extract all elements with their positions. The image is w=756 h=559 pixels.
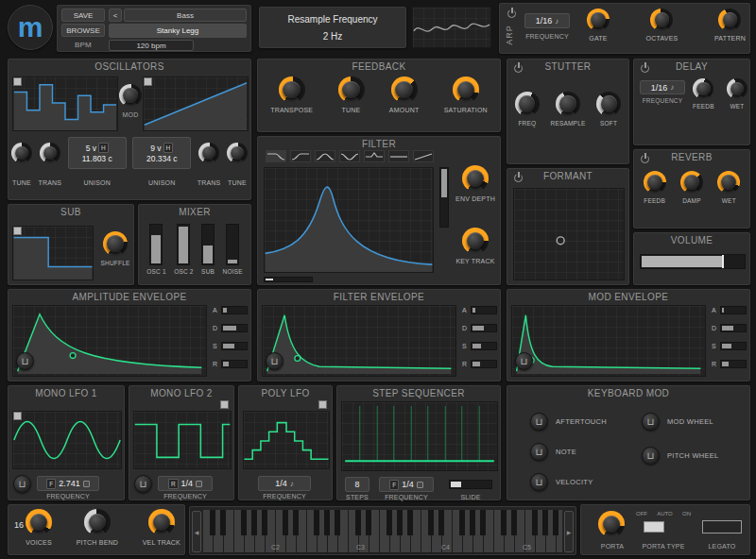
- unison2-mode-chip[interactable]: H: [163, 143, 174, 153]
- filter-envelope-display[interactable]: [262, 305, 456, 377]
- filter-type-bandpass-icon[interactable]: [315, 150, 335, 162]
- aftertouch-mod-button[interactable]: ⊔: [530, 413, 548, 431]
- decay-slider[interactable]: [471, 324, 497, 332]
- osc1-wave-display[interactable]: [12, 76, 118, 131]
- piano-keyboard[interactable]: C2 C3 C4 C5: [203, 510, 562, 553]
- amp-envelope-display[interactable]: [12, 305, 207, 377]
- pattern-knob[interactable]: [718, 8, 741, 31]
- bpm-value[interactable]: 120 bpm: [109, 40, 194, 51]
- lfo2-wave-display[interactable]: [133, 411, 232, 469]
- step-seq-mode-chip[interactable]: F: [389, 480, 399, 490]
- sub-selector-button[interactable]: [13, 227, 22, 235]
- decay-slider[interactable]: [221, 324, 248, 332]
- gate-knob[interactable]: [587, 8, 610, 31]
- dice-icon[interactable]: [196, 481, 202, 487]
- filter-type-notch-icon[interactable]: [339, 150, 360, 162]
- filter-pan-slider[interactable]: [264, 277, 313, 282]
- formant-power-button[interactable]: [513, 173, 524, 183]
- pitch-bend-knob[interactable]: [84, 509, 111, 535]
- dice-icon[interactable]: [83, 481, 90, 487]
- porta-type-switch[interactable]: [644, 521, 664, 533]
- stutter-soft-knob[interactable]: [596, 92, 621, 116]
- reverb-power-button[interactable]: [640, 154, 650, 164]
- lfo2-mod-button[interactable]: ⊔: [134, 475, 152, 493]
- mixer-osc1-slider[interactable]: [149, 224, 163, 265]
- legato-toggle[interactable]: [702, 520, 742, 534]
- feedback-saturation-knob[interactable]: [453, 76, 479, 103]
- stutter-freq-knob[interactable]: [515, 92, 540, 116]
- note-mod-button[interactable]: ⊔: [530, 443, 548, 461]
- lfo1-frequency-value[interactable]: F 2.741: [37, 476, 99, 491]
- velocity-mod-button[interactable]: ⊔: [530, 473, 548, 491]
- mod-envelope-display[interactable]: [511, 305, 706, 377]
- save-button[interactable]: SAVE: [61, 8, 105, 22]
- sub-wave-display[interactable]: [12, 226, 94, 280]
- bank-field[interactable]: Bass: [124, 8, 247, 22]
- filter-type-peak-icon[interactable]: [364, 150, 385, 162]
- feedback-transpose-knob[interactable]: [279, 76, 305, 103]
- step-sequencer-display[interactable]: [341, 401, 498, 471]
- osc1-tune-knob[interactable]: [11, 143, 32, 163]
- volume-slider[interactable]: [640, 254, 746, 269]
- release-slider[interactable]: [471, 360, 497, 368]
- feedback-tune-knob[interactable]: [338, 76, 365, 103]
- env-depth-knob[interactable]: [462, 165, 489, 192]
- release-slider[interactable]: [720, 360, 747, 368]
- filter-type-flat-icon[interactable]: [388, 150, 409, 162]
- filter-envelope-mod-button[interactable]: ⊔: [266, 352, 284, 370]
- osc2-selector-button[interactable]: [144, 77, 152, 86]
- vel-track-knob[interactable]: [148, 509, 175, 535]
- mixer-noise-slider[interactable]: [226, 224, 239, 265]
- keyboard-scroll-left-button[interactable]: ◀: [192, 511, 201, 552]
- reverb-wet-knob[interactable]: [717, 171, 740, 194]
- osc1-trans-knob[interactable]: [40, 143, 60, 163]
- unison1-display[interactable]: 5 vH 11.803 c: [68, 137, 127, 169]
- mod-envelope-mod-button[interactable]: ⊔: [515, 352, 533, 370]
- lfo1-selector-button[interactable]: [13, 412, 22, 420]
- attack-slider[interactable]: [471, 306, 497, 314]
- filter-type-ramp-icon[interactable]: [413, 150, 434, 162]
- osc2-wave-display[interactable]: [143, 76, 249, 131]
- osc-mod-knob[interactable]: [119, 84, 142, 107]
- amp-envelope-mod-button[interactable]: ⊔: [16, 352, 34, 370]
- feedback-amount-knob[interactable]: [391, 76, 418, 103]
- sustain-slider[interactable]: [720, 342, 747, 350]
- attack-slider[interactable]: [221, 306, 248, 314]
- browse-button[interactable]: BROWSE: [61, 24, 105, 37]
- delay-frequency-value[interactable]: 1/16 ♪: [640, 80, 685, 94]
- lfo2-selector-button[interactable]: [220, 400, 229, 409]
- osc2-trans-knob[interactable]: [198, 143, 219, 163]
- reverb-damp-knob[interactable]: [680, 171, 703, 194]
- lfo2-mode-chip[interactable]: R: [168, 479, 179, 489]
- formant-xy-pad[interactable]: [513, 188, 625, 280]
- preset-prev-button[interactable]: <: [109, 8, 122, 22]
- poly-lfo-frequency-value[interactable]: 1/4 ♪: [258, 476, 311, 491]
- steps-value[interactable]: 8: [345, 477, 369, 492]
- octaves-knob[interactable]: [650, 8, 673, 31]
- filter-type-lowpass-icon[interactable]: [266, 150, 286, 162]
- mixer-sub-slider[interactable]: [201, 224, 215, 265]
- unison2-display[interactable]: 9 vH 20.334 c: [132, 137, 191, 169]
- osc2-tune-knob[interactable]: [227, 143, 248, 163]
- lfo2-frequency-value[interactable]: R 1/4: [158, 476, 213, 491]
- volume-slider-handle[interactable]: [722, 255, 724, 268]
- delay-wet-knob[interactable]: [727, 78, 747, 99]
- dice-icon[interactable]: [417, 482, 423, 488]
- porta-knob[interactable]: [598, 511, 625, 537]
- filter-resonance-slider[interactable]: [439, 167, 449, 228]
- slide-slider[interactable]: [449, 480, 492, 489]
- mixer-osc2-slider[interactable]: [177, 224, 190, 265]
- sustain-slider[interactable]: [471, 342, 497, 350]
- attack-slider[interactable]: [720, 306, 747, 314]
- oscilloscope-display[interactable]: [412, 7, 491, 48]
- preset-name-field[interactable]: Stanky Legg: [109, 24, 247, 38]
- delay-power-button[interactable]: [640, 63, 650, 74]
- arp-power-button[interactable]: [507, 8, 517, 19]
- lfo1-wave-display[interactable]: [12, 411, 122, 469]
- step-seq-frequency-value[interactable]: F 1/4: [379, 477, 434, 492]
- stutter-power-button[interactable]: [513, 63, 524, 74]
- shuffle-knob[interactable]: [103, 231, 128, 256]
- key-track-knob[interactable]: [462, 228, 489, 254]
- lfo1-mod-button[interactable]: ⊔: [13, 475, 31, 493]
- decay-slider[interactable]: [720, 324, 747, 332]
